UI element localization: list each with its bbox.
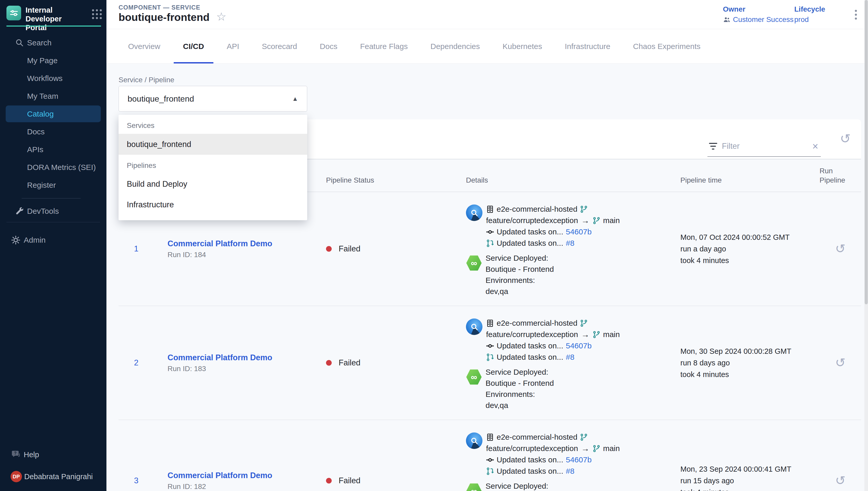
svg-text:?: ? [14,451,17,455]
user-name: Debabrata Panigrahi [24,472,93,481]
sidebar-divider [6,26,101,27]
commit-link[interactable]: 54607b [566,341,592,350]
tab-api[interactable]: API [215,29,250,63]
status-text: Failed [339,358,360,368]
sidebar-item-help[interactable]: ? Help [0,447,106,462]
run-id: Run ID: 182 [167,483,319,491]
cd-stage-icon: ∞ [466,483,482,491]
tab-kubernetes[interactable]: Kubernetes [491,29,553,63]
filter-input[interactable] [722,142,810,151]
sidebar-item-register[interactable]: Register [0,176,106,194]
sidebar-item-devtools[interactable]: DevTools [0,202,106,220]
rerun-pipeline-icon[interactable]: ↺ [835,474,845,487]
service-pipeline-select[interactable]: boutique_frontend ▲ [119,86,307,112]
scrollbar-thumb[interactable] [865,0,868,304]
pipeline-link[interactable]: Commercial Platform Demo [167,353,319,362]
arrow-right-icon: → [581,330,590,339]
row-index: 2 [119,306,160,420]
commit-link[interactable]: 54607b [566,227,592,236]
tab-overview[interactable]: Overview [117,29,172,63]
apps-grid-icon[interactable] [92,9,102,19]
clear-filter-icon[interactable]: × [812,141,818,151]
git-branch-icon [580,205,588,213]
status-failed-dot [326,478,332,484]
filter-box: × [708,136,821,157]
cd-stage-icon: ∞ [466,369,482,385]
user-menu[interactable]: DP Debabrata Panigrahi [0,469,106,484]
row-index: 3 [119,420,160,491]
owner-block: Owner Customer Success [723,5,794,24]
pr-link[interactable]: #8 [566,467,575,475]
lifecycle-label: Lifecycle [794,5,825,13]
owner-link[interactable]: Customer Success [733,16,794,24]
pr-link[interactable]: #8 [566,353,575,362]
tab-infrastructure[interactable]: Infrastructure [554,29,622,63]
repo-icon [486,319,494,327]
sidebar-item-my-page[interactable]: My Page [0,52,106,69]
entity-tabs: Overview CI/CD API Scorecard Docs Featur… [106,29,868,64]
col-pipeline-status: Pipeline Status [319,160,448,192]
tab-cicd[interactable]: CI/CD [172,29,215,63]
dropdown-option-build-and-deploy[interactable]: Build and Deploy [119,174,307,195]
commit-link[interactable]: 54607b [566,455,592,464]
brand: Internal Developer Portal [6,6,102,32]
pipeline-link[interactable]: Commercial Platform Demo [167,239,319,248]
commit-icon [486,228,494,236]
more-options-kebab-icon[interactable] [853,8,859,21]
select-value: boutique_frontend [128,94,194,104]
sidebar-item-admin[interactable]: Admin [0,231,106,249]
tab-chaos-experiments[interactable]: Chaos Experiments [622,29,712,63]
status-failed-dot [326,246,332,252]
commit-icon [486,342,494,350]
col-pipeline-time: Pipeline time [670,160,819,192]
pipeline-time-cell: Mon, 30 Sep 2024 00:00:28 GMT run 8 days… [670,306,819,420]
pull-request-icon [486,239,494,247]
cd-stage-icon: ∞ [466,255,482,271]
tab-docs[interactable]: Docs [309,29,349,63]
help-chat-icon: ? [11,450,21,460]
service-pipeline-dropdown: Services boutique_frontend Pipelines Bui… [119,115,307,220]
dropdown-group-services: Services [119,115,307,134]
brand-title: Internal Developer Portal [26,6,84,32]
sidebar-item-catalog[interactable]: Catalog [6,106,101,122]
dropdown-option-boutique-frontend[interactable]: boutique_frontend [119,134,307,155]
git-branch-icon [580,433,588,441]
refresh-table-icon[interactable]: ↺ [840,132,851,145]
favorite-star-icon[interactable]: ☆ [216,11,226,23]
sidebar-item-apis[interactable]: APIs [0,141,106,158]
app-logo-icon [6,6,21,20]
arrow-right-icon: → [581,216,590,225]
sidebar-item-docs[interactable]: Docs [0,123,106,141]
ci-stage-icon [466,318,483,335]
people-icon [723,16,731,24]
tab-dependencies[interactable]: Dependencies [419,29,491,63]
admin-divider [6,222,100,222]
app-window: Internal Developer Portal Search My Page… [0,0,868,491]
service-pipeline-label: Service / Pipeline [119,76,174,84]
git-branch-icon [592,216,600,225]
tab-scorecard[interactable]: Scorecard [250,29,309,63]
main-content: COMPONENT — SERVICE boutique-frontend ☆ … [106,0,868,491]
gear-icon [11,235,21,245]
run-id: Run ID: 184 [167,251,319,259]
status-text: Failed [339,476,360,485]
pr-link[interactable]: #8 [566,239,575,248]
page-scrollbar[interactable] [864,0,868,491]
user-avatar: DP [10,471,22,482]
sidebar-item-workflows[interactable]: Workflows [0,69,106,87]
col-details: Details [448,160,670,192]
sidebar-item-my-team[interactable]: My Team [0,87,106,105]
pipeline-link[interactable]: Commercial Platform Demo [167,471,319,480]
rerun-pipeline-icon[interactable]: ↺ [835,243,845,255]
nav-divider [22,198,81,199]
sidebar-item-search[interactable]: Search [0,34,106,52]
sidebar-item-dora-metrics[interactable]: DORA Metrics (SEI) [0,158,106,176]
dropdown-option-infrastructure[interactable]: Infrastructure [119,195,307,215]
rerun-pipeline-icon[interactable]: ↺ [835,357,845,369]
repo-icon [486,433,494,441]
pipeline-time-cell: Mon, 07 Oct 2024 00:00:52 GMT run a day … [670,192,819,306]
tab-feature-flags[interactable]: Feature Flags [349,29,419,63]
details-cell: e2e-commercial-hosted feature/corruptede… [448,192,670,306]
status-text: Failed [339,244,360,254]
search-icon [15,38,24,48]
